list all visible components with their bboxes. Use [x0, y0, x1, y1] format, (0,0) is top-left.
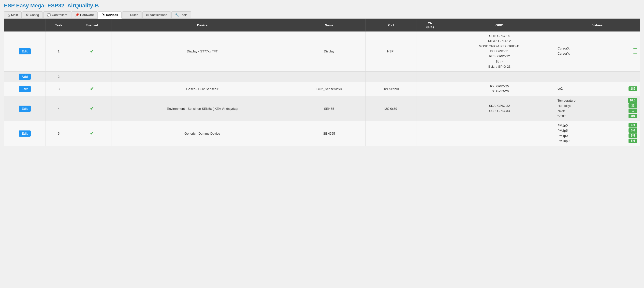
check-icon: ✔	[90, 49, 94, 54]
col-ctr-idx: Ctr(IDX)	[416, 19, 444, 32]
ctr-idx-cell	[416, 71, 444, 82]
tab-controllers[interactable]: 💬Controllers	[43, 11, 71, 18]
check-icon: ✔	[90, 131, 94, 136]
action-cell: Edit	[4, 96, 46, 121]
table-row: Edit5✔Generic - Dummy DeviceSEN555PM1p0:…	[4, 121, 640, 146]
value-row: PM1p0:4.3	[558, 123, 637, 127]
values-cell: co2:185	[555, 82, 640, 96]
value-label: PM4p0:	[558, 134, 568, 137]
value-row: Humidity:33	[558, 103, 637, 108]
value-amount: —	[634, 51, 637, 56]
ctr-idx-cell	[416, 96, 444, 121]
device-name	[112, 71, 293, 82]
col-gpio: GPIO	[444, 19, 555, 32]
value-label: PM10p0:	[558, 139, 570, 143]
port-cell	[365, 71, 416, 82]
task-name: Display	[293, 32, 365, 72]
value-row: Temperature:10.5	[558, 98, 637, 103]
tab-rules[interactable]: →Rules	[122, 11, 142, 18]
check-icon: ✔	[90, 86, 94, 91]
values-cell: Temperature:10.5Humidity:33NOx:1tVOC:101	[555, 96, 640, 121]
value-label: NOx:	[558, 109, 565, 113]
gpio-cell: RX: GPIO-25TX: GPIO-26	[444, 82, 555, 96]
task-number: 4	[45, 96, 72, 121]
value-label: Humidity:	[558, 104, 571, 108]
controllers-icon: 💬	[47, 13, 51, 17]
value-label: CursorY:	[558, 52, 570, 55]
table-row: Edit1✔Display - ST77xx TFTDisplayHSPICLK…	[4, 32, 640, 72]
value-label: Temperature:	[558, 99, 576, 102]
action-cell: Edit	[4, 121, 46, 146]
enabled-cell	[72, 71, 112, 82]
value-row: PM10p0:5.6	[558, 138, 637, 143]
tab-notifications[interactable]: ✉Notifications	[142, 11, 171, 18]
enabled-cell: ✔	[72, 82, 112, 96]
devices-icon: 🖱	[102, 13, 105, 17]
action-cell: Edit	[4, 32, 46, 72]
tab-devices[interactable]: 🖱Devices	[98, 11, 122, 19]
table-row: Edit3✔Gases - CO2 SenseairCO2_SenseAirS8…	[4, 82, 640, 96]
value-label: CursorX:	[558, 47, 570, 50]
config-icon: ⚙	[26, 13, 29, 17]
task-name: SEN555	[293, 121, 365, 146]
ctr-idx-cell	[416, 32, 444, 72]
tab-hardware[interactable]: 📌Hardware	[72, 11, 98, 18]
port-cell: I2C 0x69	[365, 96, 416, 121]
device-name: Generic - Dummy Device	[112, 121, 293, 146]
col-name: Name	[293, 19, 365, 32]
task-name: SEN55	[293, 96, 365, 121]
device-table: Task Enabled Device Name Port Ctr(IDX) G…	[4, 19, 640, 146]
add-button[interactable]: Add	[19, 74, 31, 80]
task-name	[293, 71, 365, 82]
tab-config[interactable]: ⚙Config	[22, 11, 43, 18]
main-icon: △	[8, 13, 10, 17]
value-row: NOx:1	[558, 108, 637, 113]
port-cell	[365, 121, 416, 146]
hardware-icon: 📌	[75, 13, 79, 17]
page-title: ESP Easy Mega: ESP32_AirQuality-B	[4, 3, 640, 9]
tab-main[interactable]: △Main	[4, 11, 22, 18]
edit-button[interactable]: Edit	[19, 106, 31, 112]
value-row: PM4p0:5.5	[558, 133, 637, 138]
col-action	[4, 19, 46, 32]
value-amount: 33	[628, 103, 637, 108]
value-amount: 185	[628, 86, 637, 91]
device-name: Display - ST77xx TFT	[112, 32, 293, 72]
value-amount: 5.5	[628, 133, 637, 138]
rules-icon: →	[126, 13, 129, 17]
value-row: CursorY:—	[558, 51, 637, 56]
value-label: co2:	[558, 87, 564, 90]
ctr-idx-cell	[416, 82, 444, 96]
col-values: Values	[555, 19, 640, 32]
value-label: PM2p5:	[558, 129, 568, 132]
task-number: 1	[45, 32, 72, 72]
edit-button[interactable]: Edit	[19, 86, 31, 92]
edit-button[interactable]: Edit	[19, 48, 31, 54]
value-label: PM1p0:	[558, 123, 568, 127]
value-row: CursorX:—	[558, 46, 637, 51]
tab-tools[interactable]: 🔧Tools	[171, 11, 191, 18]
col-enabled: Enabled	[72, 19, 112, 32]
table-row: Add2	[4, 71, 640, 82]
value-amount: —	[634, 46, 637, 51]
table-row: Edit4✔Environment - Sensirion SEN5x (IKE…	[4, 96, 640, 121]
value-row: tVOC:101	[558, 114, 637, 118]
task-number: 5	[45, 121, 72, 146]
edit-button[interactable]: Edit	[19, 130, 31, 137]
task-name: CO2_SenseAirS8	[293, 82, 365, 96]
value-amount: 5.0	[628, 128, 637, 133]
tools-icon: 🔧	[175, 13, 179, 17]
values-cell	[555, 71, 640, 82]
port-cell: HW Serial0	[365, 82, 416, 96]
value-row: co2:185	[558, 86, 637, 91]
gpio-cell	[444, 71, 555, 82]
task-number: 3	[45, 82, 72, 96]
values-cell: PM1p0:4.3PM2p5:5.0PM4p0:5.5PM10p0:5.6	[555, 121, 640, 146]
value-amount: 101	[628, 114, 637, 118]
enabled-cell: ✔	[72, 96, 112, 121]
enabled-cell: ✔	[72, 32, 112, 72]
values-cell: CursorX:—CursorY:—	[555, 32, 640, 72]
device-name: Gases - CO2 Senseair	[112, 82, 293, 96]
value-label: tVOC:	[558, 114, 566, 118]
port-cell: HSPI	[365, 32, 416, 72]
